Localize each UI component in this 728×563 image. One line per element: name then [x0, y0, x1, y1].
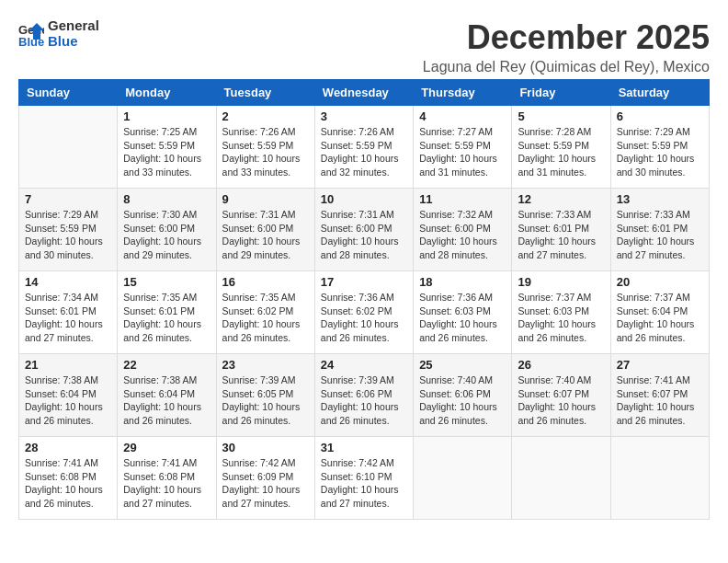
month-title: December 2025	[423, 18, 710, 57]
day-number: 30	[222, 441, 309, 454]
day-info: Sunrise: 7:41 AMSunset: 6:07 PMDaylight:…	[617, 373, 703, 428]
calendar-cell: 8Sunrise: 7:30 AMSunset: 6:00 PMDaylight…	[118, 189, 216, 271]
week-row-2: 7Sunrise: 7:29 AMSunset: 5:59 PMDaylight…	[19, 189, 710, 271]
day-number: 4	[419, 109, 506, 123]
day-info: Sunrise: 7:28 AMSunset: 5:59 PMDaylight:…	[518, 125, 604, 179]
week-row-3: 14Sunrise: 7:34 AMSunset: 6:01 PMDayligh…	[19, 271, 710, 354]
calendar-cell: 29Sunrise: 7:41 AMSunset: 6:08 PMDayligh…	[118, 437, 216, 520]
day-info: Sunrise: 7:40 AMSunset: 6:06 PMDaylight:…	[419, 373, 506, 428]
day-info: Sunrise: 7:36 AMSunset: 6:02 PMDaylight:…	[321, 291, 407, 345]
page-header: General Blue General Blue December 2025 …	[18, 18, 710, 75]
day-info: Sunrise: 7:36 AMSunset: 6:03 PMDaylight:…	[419, 291, 506, 345]
calendar-cell: 15Sunrise: 7:35 AMSunset: 6:01 PMDayligh…	[118, 271, 216, 354]
day-info: Sunrise: 7:26 AMSunset: 5:59 PMDaylight:…	[321, 125, 407, 179]
day-info: Sunrise: 7:25 AMSunset: 5:59 PMDaylight:…	[123, 125, 210, 179]
day-info: Sunrise: 7:31 AMSunset: 6:00 PMDaylight:…	[222, 208, 309, 262]
calendar-cell: 19Sunrise: 7:37 AMSunset: 6:03 PMDayligh…	[512, 271, 610, 354]
day-info: Sunrise: 7:37 AMSunset: 6:03 PMDaylight:…	[518, 291, 604, 345]
calendar-cell: 23Sunrise: 7:39 AMSunset: 6:05 PMDayligh…	[216, 354, 314, 437]
col-header-tuesday: Tuesday	[216, 80, 314, 106]
day-info: Sunrise: 7:38 AMSunset: 6:04 PMDaylight:…	[25, 373, 111, 428]
day-info: Sunrise: 7:27 AMSunset: 5:59 PMDaylight:…	[419, 125, 506, 179]
calendar-cell: 16Sunrise: 7:35 AMSunset: 6:02 PMDayligh…	[216, 271, 314, 354]
col-header-saturday: Saturday	[610, 80, 709, 106]
day-info: Sunrise: 7:31 AMSunset: 6:00 PMDaylight:…	[321, 208, 407, 262]
calendar-cell: 10Sunrise: 7:31 AMSunset: 6:00 PMDayligh…	[314, 189, 413, 271]
calendar-cell: 28Sunrise: 7:41 AMSunset: 6:08 PMDayligh…	[19, 437, 118, 520]
col-header-monday: Monday	[118, 80, 216, 106]
calendar-cell	[19, 106, 118, 189]
col-header-sunday: Sunday	[19, 80, 118, 106]
day-number: 15	[123, 275, 210, 289]
calendar-table: SundayMondayTuesdayWednesdayThursdayFrid…	[18, 79, 710, 520]
day-number: 16	[222, 275, 309, 289]
calendar-cell: 2Sunrise: 7:26 AMSunset: 5:59 PMDaylight…	[216, 106, 314, 189]
day-number: 9	[222, 192, 309, 206]
col-header-friday: Friday	[512, 80, 610, 106]
col-header-thursday: Thursday	[414, 80, 512, 106]
day-info: Sunrise: 7:29 AMSunset: 5:59 PMDaylight:…	[617, 125, 703, 179]
week-row-1: 1Sunrise: 7:25 AMSunset: 5:59 PMDaylight…	[19, 106, 710, 189]
day-info: Sunrise: 7:33 AMSunset: 6:01 PMDaylight:…	[617, 208, 703, 262]
day-number: 19	[518, 275, 604, 289]
calendar-cell: 30Sunrise: 7:42 AMSunset: 6:09 PMDayligh…	[216, 437, 314, 520]
calendar-cell: 3Sunrise: 7:26 AMSunset: 5:59 PMDaylight…	[314, 106, 413, 189]
day-number: 31	[321, 441, 407, 454]
day-info: Sunrise: 7:42 AMSunset: 6:10 PMDaylight:…	[321, 456, 407, 511]
calendar-cell: 31Sunrise: 7:42 AMSunset: 6:10 PMDayligh…	[314, 437, 413, 520]
calendar-cell: 6Sunrise: 7:29 AMSunset: 5:59 PMDaylight…	[610, 106, 709, 189]
calendar-cell: 12Sunrise: 7:33 AMSunset: 6:01 PMDayligh…	[512, 189, 610, 271]
day-info: Sunrise: 7:41 AMSunset: 6:08 PMDaylight:…	[123, 456, 210, 511]
day-info: Sunrise: 7:34 AMSunset: 6:01 PMDaylight:…	[25, 291, 111, 345]
general-blue-icon: General Blue	[18, 21, 44, 47]
week-row-4: 21Sunrise: 7:38 AMSunset: 6:04 PMDayligh…	[19, 354, 710, 437]
calendar-cell: 18Sunrise: 7:36 AMSunset: 6:03 PMDayligh…	[414, 271, 512, 354]
day-number: 28	[25, 441, 111, 454]
calendar-cell	[512, 437, 610, 520]
day-number: 29	[123, 441, 210, 454]
day-number: 2	[222, 109, 309, 123]
day-number: 6	[617, 109, 703, 123]
week-row-5: 28Sunrise: 7:41 AMSunset: 6:08 PMDayligh…	[19, 437, 710, 520]
calendar-cell: 22Sunrise: 7:38 AMSunset: 6:04 PMDayligh…	[118, 354, 216, 437]
day-number: 13	[617, 192, 703, 206]
day-info: Sunrise: 7:29 AMSunset: 5:59 PMDaylight:…	[25, 208, 111, 262]
calendar-header-row: SundayMondayTuesdayWednesdayThursdayFrid…	[19, 80, 710, 106]
day-number: 14	[25, 275, 111, 289]
calendar-cell	[414, 437, 512, 520]
day-number: 18	[419, 275, 506, 289]
logo: General Blue General Blue	[18, 18, 99, 49]
calendar-cell: 25Sunrise: 7:40 AMSunset: 6:06 PMDayligh…	[414, 354, 512, 437]
calendar-cell: 11Sunrise: 7:32 AMSunset: 6:00 PMDayligh…	[414, 189, 512, 271]
calendar-cell: 9Sunrise: 7:31 AMSunset: 6:00 PMDaylight…	[216, 189, 314, 271]
day-info: Sunrise: 7:37 AMSunset: 6:04 PMDaylight:…	[617, 291, 703, 345]
day-number: 8	[123, 192, 210, 206]
day-number: 23	[222, 358, 309, 372]
day-info: Sunrise: 7:40 AMSunset: 6:07 PMDaylight:…	[518, 373, 604, 428]
day-number: 20	[617, 275, 703, 289]
calendar-cell: 26Sunrise: 7:40 AMSunset: 6:07 PMDayligh…	[512, 354, 610, 437]
day-number: 26	[518, 358, 604, 372]
calendar-cell: 7Sunrise: 7:29 AMSunset: 5:59 PMDaylight…	[19, 189, 118, 271]
day-number: 1	[123, 109, 210, 123]
day-info: Sunrise: 7:38 AMSunset: 6:04 PMDaylight:…	[123, 373, 210, 428]
day-info: Sunrise: 7:33 AMSunset: 6:01 PMDaylight:…	[518, 208, 604, 262]
location-title: Laguna del Rey (Quimicas del Rey), Mexic…	[423, 59, 710, 75]
calendar-cell: 24Sunrise: 7:39 AMSunset: 6:06 PMDayligh…	[314, 354, 413, 437]
day-info: Sunrise: 7:32 AMSunset: 6:00 PMDaylight:…	[419, 208, 506, 262]
calendar-cell	[610, 437, 709, 520]
day-info: Sunrise: 7:39 AMSunset: 6:05 PMDaylight:…	[222, 373, 309, 428]
title-area: December 2025 Laguna del Rey (Quimicas d…	[423, 18, 710, 75]
calendar-cell: 20Sunrise: 7:37 AMSunset: 6:04 PMDayligh…	[610, 271, 709, 354]
day-number: 5	[518, 109, 604, 123]
day-info: Sunrise: 7:35 AMSunset: 6:01 PMDaylight:…	[123, 291, 210, 345]
day-number: 21	[25, 358, 111, 372]
day-number: 7	[25, 192, 111, 206]
calendar-cell: 1Sunrise: 7:25 AMSunset: 5:59 PMDaylight…	[118, 106, 216, 189]
day-number: 22	[123, 358, 210, 372]
day-info: Sunrise: 7:35 AMSunset: 6:02 PMDaylight:…	[222, 291, 309, 345]
calendar-cell: 27Sunrise: 7:41 AMSunset: 6:07 PMDayligh…	[610, 354, 709, 437]
day-number: 3	[321, 109, 407, 123]
logo-blue: Blue	[48, 34, 99, 50]
col-header-wednesday: Wednesday	[314, 80, 413, 106]
